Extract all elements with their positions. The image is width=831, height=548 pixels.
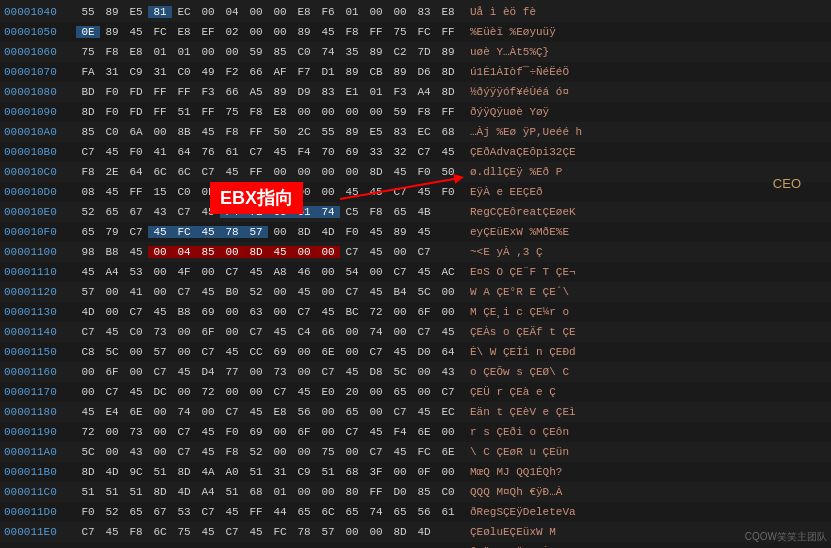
hex-byte[interactable]: C7 — [364, 446, 388, 458]
hex-byte[interactable]: F0 — [124, 146, 148, 158]
hex-byte[interactable]: F8 — [364, 206, 388, 218]
hex-byte[interactable]: E4 — [100, 406, 124, 418]
hex-byte[interactable]: FD — [124, 86, 148, 98]
hex-byte[interactable]: 00 — [388, 466, 412, 478]
hex-byte[interactable]: FF — [124, 186, 148, 198]
hex-byte[interactable]: 65 — [340, 506, 364, 518]
hex-byte[interactable]: 43 — [124, 446, 148, 458]
hex-byte[interactable]: 45 — [100, 186, 124, 198]
hex-byte[interactable]: 65 — [292, 506, 316, 518]
hex-byte[interactable]: 85 — [76, 126, 100, 138]
hex-byte[interactable]: FC — [148, 26, 172, 38]
hex-byte[interactable]: 89 — [100, 26, 124, 38]
hex-byte[interactable]: 00 — [292, 186, 316, 198]
hex-byte[interactable]: 0E — [76, 26, 100, 38]
hex-byte[interactable]: C7 — [76, 146, 100, 158]
hex-byte[interactable]: 00 — [244, 26, 268, 38]
hex-byte[interactable]: F4 — [388, 426, 412, 438]
hex-byte[interactable]: D4 — [196, 366, 220, 378]
hex-byte[interactable]: FC — [268, 526, 292, 538]
hex-byte[interactable]: F3 — [196, 86, 220, 98]
hex-byte[interactable]: 00 — [268, 306, 292, 318]
hex-byte[interactable]: 65 — [244, 186, 268, 198]
hex-byte[interactable]: 69 — [340, 146, 364, 158]
hex-byte[interactable]: 80 — [340, 486, 364, 498]
hex-byte[interactable]: 57 — [316, 526, 340, 538]
hex-byte[interactable]: C7 — [76, 326, 100, 338]
hex-byte[interactable]: A5 — [244, 86, 268, 98]
hex-byte[interactable]: 45 — [124, 26, 148, 38]
hex-byte[interactable]: 00 — [268, 6, 292, 18]
hex-byte[interactable]: 4D — [412, 526, 436, 538]
hex-byte[interactable]: 6E — [412, 426, 436, 438]
hex-byte[interactable]: C7 — [172, 446, 196, 458]
hex-byte[interactable]: 72 — [76, 426, 100, 438]
hex-byte[interactable]: 00 — [244, 366, 268, 378]
hex-byte[interactable]: 65 — [268, 206, 292, 218]
hex-byte[interactable]: 81 — [148, 6, 172, 18]
hex-byte[interactable]: 8D — [76, 466, 100, 478]
hex-byte[interactable]: 61 — [436, 506, 460, 518]
hex-byte[interactable]: 04 — [220, 6, 244, 18]
hex-byte[interactable]: 51 — [172, 106, 196, 118]
hex-byte[interactable]: 45 — [364, 226, 388, 238]
hex-byte[interactable]: 68 — [436, 126, 460, 138]
hex-byte[interactable]: 89 — [340, 66, 364, 78]
hex-byte[interactable]: C5 — [340, 206, 364, 218]
hex-byte[interactable]: 00 — [148, 426, 172, 438]
hex-byte[interactable]: 8D — [292, 226, 316, 238]
hex-byte[interactable]: 63 — [244, 306, 268, 318]
hex-byte[interactable]: 00 — [268, 226, 292, 238]
hex-byte[interactable]: C7 — [340, 426, 364, 438]
hex-byte[interactable]: 00 — [220, 386, 244, 398]
hex-byte[interactable]: 45 — [148, 306, 172, 318]
hex-byte[interactable]: 00 — [412, 366, 436, 378]
hex-byte[interactable]: C4 — [292, 326, 316, 338]
hex-byte[interactable]: 00 — [436, 306, 460, 318]
hex-byte[interactable]: 45 — [196, 286, 220, 298]
hex-byte[interactable]: 45 — [436, 326, 460, 338]
hex-byte[interactable]: 50 — [436, 166, 460, 178]
hex-byte[interactable]: 78 — [292, 526, 316, 538]
hex-byte[interactable]: 6F — [196, 326, 220, 338]
hex-byte[interactable]: 5C — [100, 346, 124, 358]
hex-byte[interactable]: C0 — [124, 326, 148, 338]
hex-byte[interactable]: 45 — [196, 526, 220, 538]
hex-byte[interactable]: 00 — [316, 106, 340, 118]
hex-byte[interactable]: 45 — [412, 266, 436, 278]
hex-byte[interactable]: 2C — [292, 126, 316, 138]
hex-byte[interactable]: 00 — [268, 26, 292, 38]
hex-byte[interactable]: 72 — [196, 386, 220, 398]
hex-byte[interactable]: 6F — [292, 426, 316, 438]
hex-byte[interactable]: 00 — [148, 266, 172, 278]
hex-byte[interactable]: 43 — [148, 206, 172, 218]
hex-byte[interactable]: C7 — [364, 346, 388, 358]
hex-byte[interactable]: 31 — [148, 66, 172, 78]
hex-byte[interactable]: 89 — [436, 46, 460, 58]
hex-byte[interactable]: C7 — [196, 506, 220, 518]
hex-byte[interactable]: 66 — [244, 66, 268, 78]
hex-byte[interactable]: 00 — [292, 346, 316, 358]
hex-byte[interactable]: 2E — [100, 166, 124, 178]
hex-byte[interactable]: 00 — [76, 386, 100, 398]
hex-byte[interactable]: C7 — [172, 206, 196, 218]
hex-byte[interactable]: 00 — [196, 46, 220, 58]
hex-byte[interactable]: AC — [436, 266, 460, 278]
hex-byte[interactable]: 65 — [388, 386, 412, 398]
hex-byte[interactable]: C7 — [172, 426, 196, 438]
hex-byte[interactable]: F4 — [220, 206, 244, 218]
hex-byte[interactable]: C7 — [412, 326, 436, 338]
hex-byte[interactable]: 45 — [388, 346, 412, 358]
hex-byte[interactable]: 75 — [220, 106, 244, 118]
hex-byte[interactable]: 4D — [172, 486, 196, 498]
hex-byte[interactable]: F8 — [220, 126, 244, 138]
hex-byte[interactable]: 66 — [220, 86, 244, 98]
hex-byte[interactable]: 20 — [340, 386, 364, 398]
hex-byte[interactable]: 00 — [124, 366, 148, 378]
hex-byte[interactable]: 45 — [316, 26, 340, 38]
hex-byte[interactable]: 9C — [124, 466, 148, 478]
hex-byte[interactable]: FF — [148, 106, 172, 118]
hex-byte[interactable]: F0 — [100, 86, 124, 98]
hex-byte[interactable]: E8 — [268, 106, 292, 118]
hex-byte[interactable]: C7 — [388, 266, 412, 278]
